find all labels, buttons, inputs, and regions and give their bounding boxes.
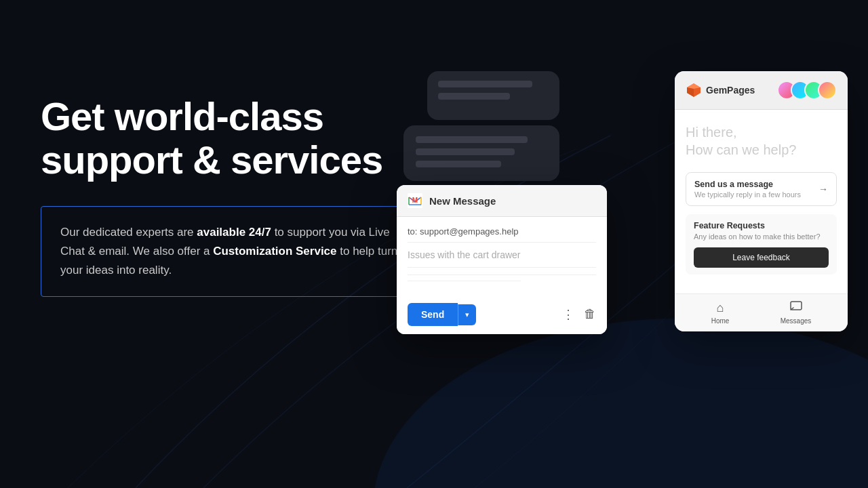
feature-requests-section: Feature Requests Any ideas on how to mak…	[686, 214, 837, 274]
right-area: M New Message to: support@gempages.help …	[393, 0, 868, 488]
send-btn-group: Send ▾	[408, 303, 476, 326]
svg-marker-6	[694, 87, 701, 97]
gempages-avatars	[777, 81, 837, 100]
email-header: M New Message	[397, 185, 607, 217]
email-to: to: support@gempages.help	[408, 226, 596, 243]
svg-marker-7	[687, 87, 694, 97]
email-actions: ⋮ 🗑	[562, 307, 596, 322]
nav-messages-label: Messages	[781, 317, 812, 325]
feature-requests-title: Feature Requests	[694, 221, 829, 230]
send-message-text: Send us a message We typically reply in …	[694, 180, 801, 199]
bubble-line-5	[416, 161, 501, 167]
bubble-line-2	[438, 93, 510, 100]
description-box: Our dedicated experts are available 24/7…	[41, 206, 420, 297]
send-message-arrow-icon: →	[818, 184, 828, 195]
email-divider-1	[408, 267, 596, 268]
leave-feedback-button[interactable]: Leave feedback	[694, 247, 829, 268]
send-button[interactable]: Send	[408, 303, 458, 326]
left-content: Get world-class support & services Our d…	[41, 95, 420, 297]
bubble-line-4	[416, 148, 515, 155]
gempages-greeting: Hi there, How can we help?	[686, 123, 837, 159]
send-message-item[interactable]: Send us a message We typically reply in …	[686, 172, 837, 206]
gempages-logo-text: GemPages	[706, 85, 755, 96]
trash-icon[interactable]: 🗑	[584, 307, 596, 322]
gempages-card: GemPages Hi there, How can we help? Send…	[675, 71, 848, 331]
send-dropdown-button[interactable]: ▾	[458, 304, 476, 325]
gempages-body: Hi there, How can we help? Send us a mes…	[675, 110, 848, 293]
send-message-subtitle: We typically reply in a few hours	[694, 190, 801, 199]
gmail-icon: M	[408, 193, 422, 208]
svg-text:M: M	[412, 197, 418, 204]
greeting-line1: Hi there,	[686, 123, 837, 141]
greeting-line2: How can we help?	[686, 141, 837, 159]
description-text: Our dedicated experts are available 24/7…	[60, 226, 397, 277]
nav-messages-item[interactable]: Messages	[781, 301, 812, 325]
gempages-footer: ⌂ Home Messages	[675, 293, 848, 331]
gempages-header: GemPages	[675, 71, 848, 110]
email-body: to: support@gempages.help Issues with th…	[397, 217, 607, 295]
send-message-title: Send us a message	[694, 180, 801, 189]
send-arrow-icon: ▾	[465, 310, 469, 319]
feature-requests-subtitle: Any ideas on how to make this better?	[694, 232, 829, 241]
gempages-logo-icon	[686, 82, 702, 98]
home-icon: ⌂	[717, 301, 724, 315]
chat-bubble-1	[427, 71, 559, 120]
nav-home-item[interactable]: ⌂ Home	[711, 301, 730, 325]
chat-bubble-2	[403, 125, 559, 181]
bubble-line-3	[416, 136, 528, 143]
main-heading: Get world-class support & services	[41, 95, 420, 182]
messages-icon	[790, 301, 802, 315]
gempages-logo: GemPages	[686, 82, 755, 98]
bold-247: available 24/7	[197, 226, 271, 239]
nav-home-label: Home	[711, 317, 730, 325]
email-subject: Issues with the cart drawer	[408, 249, 596, 260]
email-header-title: New Message	[429, 195, 496, 207]
email-footer: Send ▾ ⋮ 🗑	[397, 295, 607, 334]
email-divider-3	[408, 281, 521, 281]
more-options-icon[interactable]: ⋮	[562, 307, 574, 322]
email-card: M New Message to: support@gempages.help …	[397, 185, 607, 334]
bold-customization: Customization Service	[213, 245, 336, 258]
avatar-4	[818, 81, 837, 100]
bubble-line-1	[438, 81, 532, 87]
email-divider-2	[408, 274, 596, 275]
